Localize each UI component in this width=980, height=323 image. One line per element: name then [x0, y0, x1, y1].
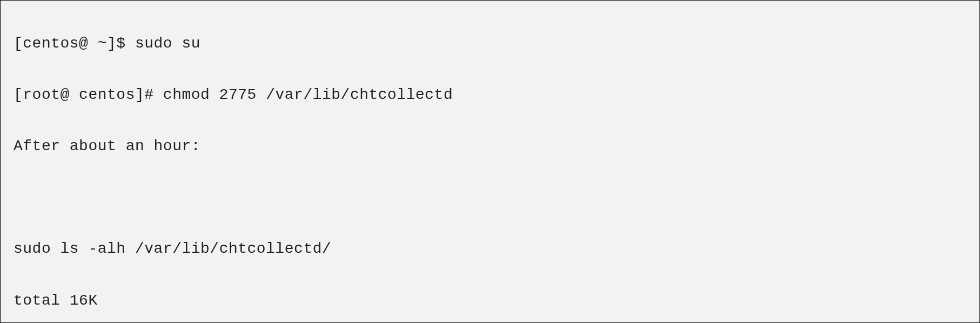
prompt-line-chmod: [root@ centos]# chmod 2775 /var/lib/chtc… — [14, 82, 966, 108]
command-ls: sudo ls -alh /var/lib/chtcollectd/ — [14, 236, 966, 262]
blank-line — [14, 185, 966, 211]
note-after-hour: After about an hour: — [14, 133, 966, 159]
terminal-output: [centos@ ~]$ sudo su [root@ centos]# chm… — [14, 5, 966, 323]
ls-total: total 16K — [14, 288, 966, 314]
prompt-line-sudo-su: [centos@ ~]$ sudo su — [14, 31, 966, 57]
